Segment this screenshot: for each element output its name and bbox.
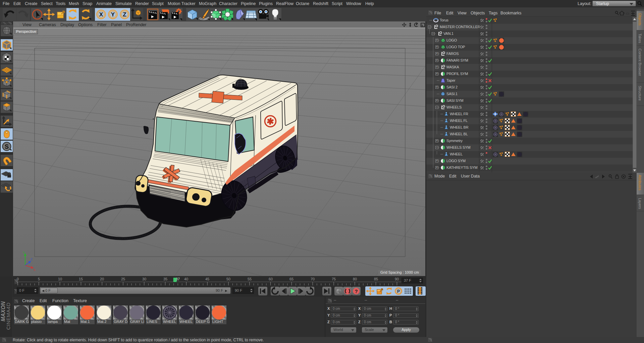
svg-text:P: P [397, 289, 400, 294]
svg-text:X: X [99, 11, 103, 18]
svg-text:Y: Y [111, 11, 115, 18]
svg-text:S: S [5, 143, 9, 150]
svg-text:Z: Z [123, 11, 126, 18]
svg-text:X: X [34, 268, 36, 272]
svg-text:Z: Z [31, 258, 33, 261]
svg-text:?: ? [355, 288, 358, 294]
svg-text:Y: Y [23, 251, 25, 254]
